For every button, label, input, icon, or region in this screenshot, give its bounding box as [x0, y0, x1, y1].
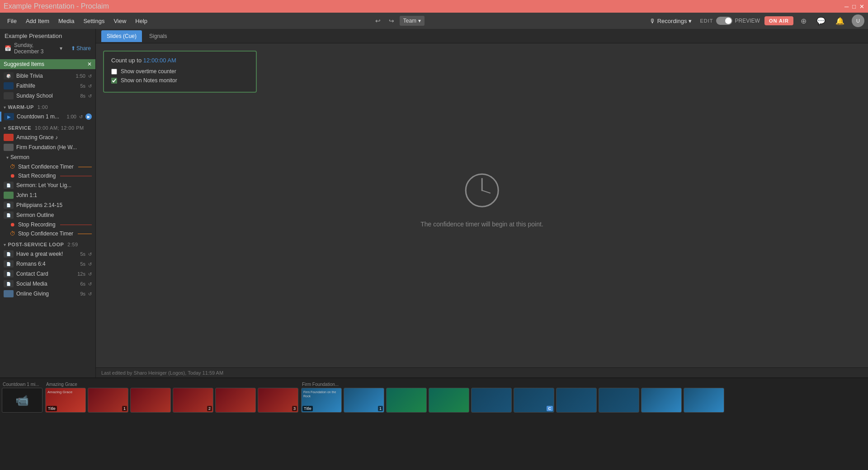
- thumbnail[interactable]: Firm Foundation on the Rock Title: [301, 388, 342, 413]
- thumbnail[interactable]: [556, 388, 597, 413]
- chat-icon[interactable]: 💬: [814, 16, 828, 26]
- start-recording-item[interactable]: ⏺ Start Recording: [0, 171, 95, 180]
- bell-icon[interactable]: 🔔: [833, 16, 847, 26]
- list-item[interactable]: 📄 Romans 6:4 5s ↺: [0, 259, 95, 269]
- loop-icon: ↺: [79, 114, 83, 119]
- thumbnail[interactable]: [684, 388, 724, 413]
- thumbnail[interactable]: 1: [88, 388, 128, 413]
- thumbnail[interactable]: [471, 388, 512, 413]
- list-item[interactable]: 📄 Sermon Outline: [0, 210, 95, 220]
- list-item[interactable]: 📄 Have a great week! 5s ↺: [0, 249, 95, 259]
- date-row: 📅 Sunday, December 3 ▾ ⬆ Share: [5, 42, 91, 55]
- recordings-button[interactable]: 🎙 Recordings ▾: [646, 16, 696, 26]
- item-thumbnail: [4, 92, 14, 99]
- minimize-button[interactable]: ─: [844, 3, 849, 10]
- loop-icon: ↺: [88, 84, 92, 89]
- list-item[interactable]: 📄 Social Media 6s ↺: [0, 279, 95, 289]
- thumbnail[interactable]: [386, 388, 427, 413]
- item-thumbnail: [4, 290, 14, 297]
- item-thumbnail: [4, 82, 14, 89]
- suggested-items-bar: Suggested Items ✕: [0, 59, 95, 69]
- confidence-timer-icon: ⏱: [10, 164, 15, 170]
- add-icon[interactable]: ⊕: [798, 16, 809, 26]
- slide-content: Count up to 12:00:00 AM Show overtime co…: [96, 43, 868, 367]
- thumb-number: 2: [207, 406, 212, 411]
- loop-icon: ↺: [88, 94, 92, 99]
- share-icon: ⬆: [71, 45, 75, 52]
- item-thumbnail: [4, 192, 14, 199]
- item-label: Contact Card: [16, 271, 75, 277]
- count-label: Count up to 12:00:00 AM: [111, 57, 249, 64]
- team-button[interactable]: Team ▾: [400, 16, 425, 26]
- item-label: Amazing Grace ♪: [16, 134, 92, 141]
- item-label: Romans 6:4: [16, 261, 77, 267]
- item-thumbnail: 📄: [4, 202, 14, 209]
- tab-slides-cue[interactable]: Slides (Cue): [101, 30, 142, 42]
- chevron-down-icon: ▾: [418, 18, 421, 24]
- share-button[interactable]: ⬆ Share: [71, 45, 91, 52]
- thumbnail[interactable]: [599, 388, 639, 413]
- main-layout: Example Presentation 📅 Sunday, December …: [0, 29, 868, 377]
- undo-button[interactable]: ↩: [373, 16, 383, 25]
- stop-recording-item[interactable]: ⏺ Stop Recording: [0, 220, 95, 229]
- thumbnail[interactable]: 1: [344, 388, 384, 413]
- tab-signals[interactable]: Signals: [144, 30, 172, 42]
- loop-icon: ↺: [88, 282, 92, 287]
- close-suggested-icon[interactable]: ✕: [87, 61, 92, 67]
- list-item[interactable]: Firm Foundation (He W...: [0, 142, 95, 152]
- thumb-label: Title: [302, 406, 313, 411]
- edit-preview-toggle[interactable]: [716, 17, 732, 25]
- user-avatar[interactable]: U: [852, 14, 864, 27]
- date-label[interactable]: Sunday, December 3: [14, 42, 57, 55]
- thumb-number: 3: [292, 406, 297, 411]
- list-item[interactable]: 📄 Sermon: Let Your Lig...: [0, 180, 95, 190]
- thumbnail[interactable]: [641, 388, 682, 413]
- calendar-icon: 📅: [5, 45, 11, 52]
- notes-monitor-row: Show on Notes monitor: [111, 77, 249, 84]
- list-item[interactable]: 📄 Contact Card 12s ↺: [0, 269, 95, 279]
- section-service: ▾ SERVICE 10:00 AM; 12:00 PM: [0, 123, 95, 132]
- show-notes-checkbox[interactable]: [111, 78, 117, 84]
- overtime-counter-row: Show overtime counter: [111, 68, 249, 75]
- list-item[interactable]: Sunday School 8s ↺: [0, 91, 95, 101]
- list-item[interactable]: ▶ Countdown 1 m... 1:00 ↺ ▶: [0, 112, 95, 122]
- thumbnail[interactable]: [429, 388, 469, 413]
- menu-help[interactable]: Help: [132, 16, 151, 26]
- start-confidence-timer-item[interactable]: ⏱ Start Confidence Timer: [0, 162, 95, 171]
- on-air-button[interactable]: ON AIR: [764, 16, 793, 25]
- thumb-number: 1: [122, 406, 127, 411]
- count-time[interactable]: 12:00:00 AM: [143, 57, 176, 64]
- list-item[interactable]: 🎲 Bible Trivia 1:50 ↺: [0, 71, 95, 81]
- list-item[interactable]: Online Giving 9s ↺: [0, 289, 95, 299]
- thumbnail[interactable]: 2: [173, 388, 213, 413]
- menu-view[interactable]: View: [110, 16, 130, 26]
- thumbnail[interactable]: C: [514, 388, 554, 413]
- show-overtime-checkbox[interactable]: [111, 69, 117, 75]
- stop-confidence-timer-item[interactable]: ⏱ Stop Confidence Timer: [0, 229, 95, 238]
- menu-right: 🎙 Recordings ▾ EDIT PREVIEW ON AIR ⊕ 💬 🔔…: [646, 14, 864, 27]
- status-bar: Last edited by Sharo Heiniger (Logos), T…: [96, 367, 868, 377]
- redo-button[interactable]: ↪: [386, 16, 397, 25]
- thumbnail[interactable]: 📹: [2, 388, 42, 413]
- menu-add-item[interactable]: Add Item: [22, 16, 53, 26]
- menu-file[interactable]: File: [4, 16, 20, 26]
- menu-media[interactable]: Media: [55, 16, 78, 26]
- item-label: Bible Trivia: [16, 73, 73, 79]
- menu-settings[interactable]: Settings: [80, 16, 108, 26]
- c-badge: C: [547, 406, 553, 411]
- thumbnail[interactable]: [130, 388, 171, 413]
- maximize-button[interactable]: □: [852, 3, 856, 10]
- thumbnail[interactable]: 3: [258, 388, 298, 413]
- title-bar-title: Example Presentation - Proclaim: [4, 2, 109, 10]
- thumbnail[interactable]: Amazing Grace Title: [45, 388, 86, 413]
- svg-line-2: [482, 190, 490, 193]
- list-item[interactable]: Amazing Grace ♪: [0, 132, 95, 142]
- thumbnail-strip[interactable]: Countdown 1 mi... 📹 Amazing Grace Amazin…: [0, 377, 868, 470]
- list-item[interactable]: 📄 Philippians 2:14-15: [0, 200, 95, 210]
- close-button[interactable]: ✕: [859, 3, 864, 10]
- list-item[interactable]: John 1:1: [0, 190, 95, 200]
- subsection-sermon[interactable]: ▾ Sermon: [0, 152, 95, 162]
- thumbnail[interactable]: [215, 388, 256, 413]
- list-item[interactable]: Faithlife 5s ↺: [0, 81, 95, 91]
- section-post-service: ▾ POST-SERVICE LOOP 2:59: [0, 240, 95, 249]
